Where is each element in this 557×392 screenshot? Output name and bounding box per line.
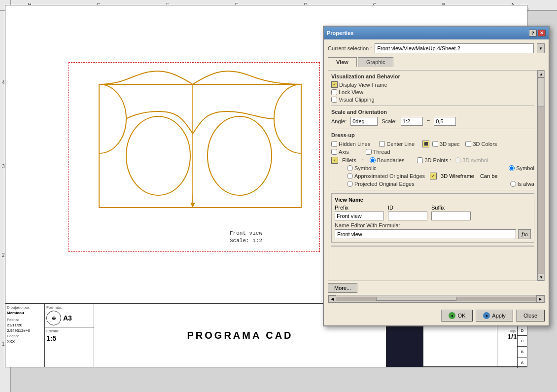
divider-1 [331,106,534,106]
h-scroll-left[interactable]: ◀ [328,295,336,302]
spec-3d-checkbox[interactable] [432,141,438,147]
id-label: ID [388,205,427,211]
axis-checkbox[interactable] [331,149,337,155]
h-scroll-track[interactable] [336,297,536,301]
spec-3d-label: 3D spec [440,141,459,147]
name-editor-input[interactable] [335,229,516,239]
approx-original-item[interactable]: Approximated Original Edges [347,173,425,179]
help-button[interactable]: ? [529,30,537,36]
scroll-hint [331,246,534,247]
id-input[interactable] [388,212,427,220]
projected-original-item[interactable]: Projected Original Edges [347,181,415,187]
dialog-title: Properties [327,30,353,36]
row-b: B [518,347,527,357]
prefix-input[interactable] [335,212,384,220]
properties-dialog: Properties ? ✕ Current selection : ▼ Vie… [323,26,550,326]
symbolic-radio[interactable] [347,165,353,171]
view-label: Front view Scale: 1:2 [230,230,262,245]
name-editor-formula-btn[interactable]: ƒω [518,229,531,239]
close-dialog-button[interactable]: Close [516,310,545,321]
hidden-lines-item[interactable]: Hidden Lines [331,141,370,147]
display-view-frame-icon: ✓ [331,81,338,88]
display-view-frame-item: ✓ Display View Frame [331,81,387,88]
angle-input[interactable] [350,117,378,126]
more-button[interactable]: More... [328,283,357,293]
format-value: A3 [63,314,72,322]
dialog-scrollbar[interactable]: ▲ ▼ [537,71,544,281]
colors-3d-item[interactable]: 3D Colors [465,141,497,147]
is-always-item[interactable]: Is alwa [510,181,534,187]
center-line-checkbox[interactable] [379,141,385,147]
symbol-item[interactable]: Symbol [509,165,534,171]
is-always-radio[interactable] [510,181,516,187]
apply-button[interactable]: ● Apply [476,310,513,321]
h-scrollbar[interactable]: ◀ ▶ [328,295,545,303]
spec-3d-item[interactable]: 3D spec [432,141,459,147]
projected-original-radio[interactable] [347,181,353,187]
h-scroll-right[interactable]: ▶ [536,295,544,302]
scale-input[interactable] [401,117,423,126]
scroll-down-btn[interactable]: ▼ [538,274,545,281]
lock-view-item[interactable]: Lock View [331,89,363,95]
ratio-input[interactable] [434,117,456,126]
fillets-icon: ✓ [331,156,339,164]
dressup-row2: Axis Thread [331,149,534,155]
drawn-by-value: Memicou [7,311,43,315]
approx-original-radio[interactable] [347,173,353,179]
current-selection-input[interactable] [375,43,534,53]
visual-clipping-item[interactable]: Visual Clipping [331,97,375,103]
name-editor-row: ƒω [335,229,531,239]
divider-3 [331,190,534,190]
symbol-label: Symbol [516,165,534,171]
tab-view[interactable]: View [328,57,357,67]
lock-view-checkbox[interactable] [331,89,337,95]
prefix-col: Prefix [335,205,384,220]
ruler-row-3: 3 [2,164,5,169]
colors-3d-checkbox[interactable] [465,141,471,147]
points-3d-item[interactable]: 3D Points : [417,157,451,163]
close-label: Close [523,313,537,319]
fillets-row4: Projected Original Edges Is alwa [331,181,534,187]
ruler-row-4: 4 [2,80,5,85]
date3-label: Fecha: [7,334,43,338]
boundaries-radio[interactable] [370,157,376,163]
scroll-thumb[interactable] [538,77,544,107]
axis-label: Axis [339,149,349,155]
projected-original-label: Projected Original Edges [354,181,415,187]
wireframe-3d-icon: ✓ [430,173,437,179]
divider-2 [331,129,534,129]
scale-value: 1:5 [46,334,92,342]
ok-label: OK [457,313,465,319]
tab-graphic[interactable]: Graphic [358,57,394,67]
ok-button[interactable]: ● OK [441,310,473,321]
dialog-body: Current selection : ▼ View Graphic Visua… [324,39,549,325]
ok-icon: ● [449,312,455,319]
dialog-close-button[interactable]: ✕ [538,30,546,36]
scale-label: Scale: [382,118,397,124]
selection-dropdown[interactable]: ▼ [537,43,545,53]
suffix-input[interactable] [431,212,471,220]
view-border [69,62,320,252]
fillets-label: Fillets [342,157,356,163]
scroll-up-btn[interactable]: ▲ [538,71,545,77]
axis-item[interactable]: Axis [331,149,349,155]
boundaries-item[interactable]: Boundaries [370,157,405,163]
symbol-radio[interactable] [509,165,515,171]
name-editor-label: Name Editor With Formula: [335,222,531,228]
thread-checkbox[interactable] [366,149,372,155]
ruler-row-1: 1 [2,341,5,347]
symbolic-item[interactable]: Symbolic [347,165,377,171]
symbolic-label: Symbolic [354,165,377,171]
boundaries-label: Boundaries [377,157,405,163]
thread-item[interactable]: Thread [366,149,390,155]
date-label: Fecha: [7,318,43,322]
date-value: 21/11/20 [7,323,43,327]
scroll-track[interactable] [538,77,544,274]
hidden-lines-checkbox[interactable] [331,141,337,147]
scroll-divider [331,246,534,247]
h-scroll-thumb[interactable] [376,297,456,301]
dressup-section-title: Dress-up [331,132,534,138]
center-line-item[interactable]: Center Line [379,141,415,147]
visual-clipping-checkbox[interactable] [331,97,337,103]
points-3d-checkbox[interactable] [417,157,423,163]
